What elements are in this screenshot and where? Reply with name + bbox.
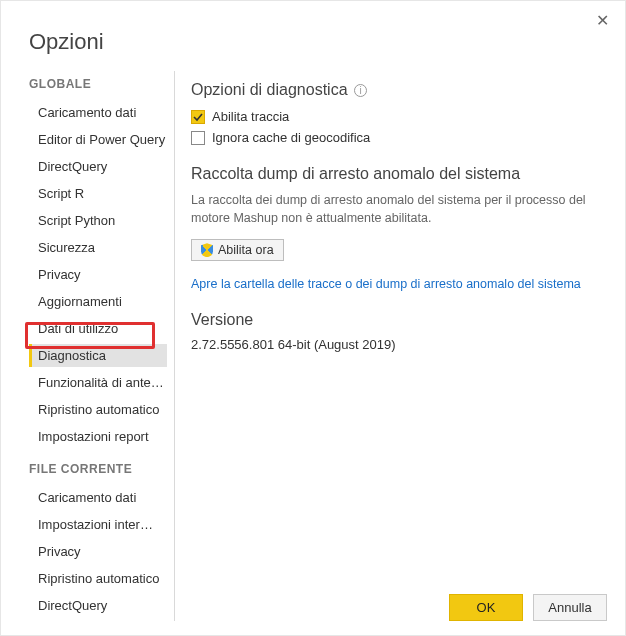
dialog-title: Opzioni xyxy=(1,1,625,55)
close-icon[interactable]: ✕ xyxy=(590,7,615,34)
sidebar-item-dati-utilizzo[interactable]: Dati di utilizzo xyxy=(29,317,167,340)
sidebar-item-editor-power-query[interactable]: Editor di Power Query xyxy=(29,128,167,151)
sidebar-header-global: GLOBALE xyxy=(29,77,174,91)
version-heading: Versione xyxy=(191,311,609,329)
main-panel: Opzioni di diagnostica i Abilita traccia… xyxy=(175,71,625,621)
sidebar-item-file-privacy[interactable]: Privacy xyxy=(29,540,167,563)
dialog-footer: OK Annulla xyxy=(449,594,607,621)
enable-now-label: Abilita ora xyxy=(218,243,274,257)
crash-dump-description: La raccolta dei dump di arresto anomalo … xyxy=(191,191,591,227)
info-icon[interactable]: i xyxy=(354,84,367,97)
crash-dump-heading: Raccolta dump di arresto anomalo del sis… xyxy=(191,165,609,183)
sidebar-item-file-ripristino-automatico[interactable]: Ripristino automatico xyxy=(29,567,167,590)
sidebar-item-script-python[interactable]: Script Python xyxy=(29,209,167,232)
sidebar: GLOBALE Caricamento dati Editor di Power… xyxy=(29,71,175,621)
sidebar-item-caricamento-dati[interactable]: Caricamento dati xyxy=(29,101,167,124)
sidebar-item-funzionalita-anteprima[interactable]: Funzionalità di ante… xyxy=(29,371,167,394)
sidebar-item-impostazioni-report[interactable]: Impostazioni report xyxy=(29,425,167,448)
sidebar-item-script-r[interactable]: Script R xyxy=(29,182,167,205)
sidebar-item-sicurezza[interactable]: Sicurezza xyxy=(29,236,167,259)
version-value: 2.72.5556.801 64-bit (August 2019) xyxy=(191,337,609,352)
sidebar-header-file-corrente: FILE CORRENTE xyxy=(29,462,174,476)
sidebar-item-diagnostica[interactable]: Diagnostica xyxy=(29,344,167,367)
sidebar-item-file-caricamento-dati[interactable]: Caricamento dati xyxy=(29,486,167,509)
sidebar-item-file-impostazioni-internazionali[interactable]: Impostazioni inter… xyxy=(29,513,167,536)
enable-tracing-label: Abilita traccia xyxy=(212,109,289,124)
enable-tracing-checkbox[interactable] xyxy=(191,110,205,124)
enable-now-button[interactable]: Abilita ora xyxy=(191,239,284,261)
sidebar-item-file-directquery[interactable]: DirectQuery xyxy=(29,594,167,617)
open-traces-folder-link[interactable]: Apre la cartella delle tracce o dei dump… xyxy=(191,277,609,291)
diagnostics-heading: Opzioni di diagnostica xyxy=(191,81,348,98)
sidebar-item-privacy[interactable]: Privacy xyxy=(29,263,167,286)
bypass-geocoding-label: Ignora cache di geocodifica xyxy=(212,130,370,145)
bypass-geocoding-checkbox[interactable] xyxy=(191,131,205,145)
shield-icon xyxy=(201,243,213,257)
sidebar-item-aggiornamenti[interactable]: Aggiornamenti xyxy=(29,290,167,313)
sidebar-item-ripristino-automatico[interactable]: Ripristino automatico xyxy=(29,398,167,421)
sidebar-item-directquery[interactable]: DirectQuery xyxy=(29,155,167,178)
ok-button[interactable]: OK xyxy=(449,594,523,621)
cancel-button[interactable]: Annulla xyxy=(533,594,607,621)
